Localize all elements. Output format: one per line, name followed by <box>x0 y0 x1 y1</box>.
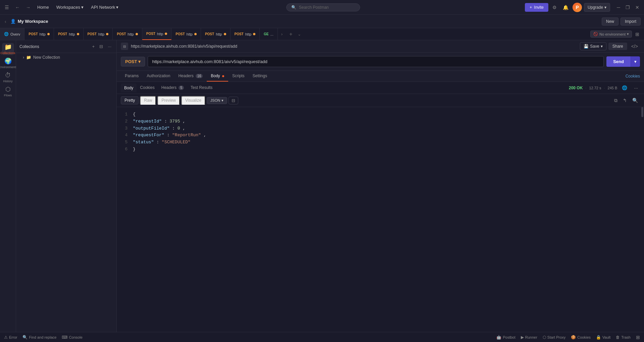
notifications-button[interactable]: 🔔 <box>561 3 571 11</box>
sidebar-collapse-button[interactable]: ‹ <box>3 17 8 26</box>
pane-layout-button[interactable]: ⊞ <box>633 30 641 38</box>
tab-overflow-button[interactable]: ⌄ <box>296 32 303 37</box>
grid-layout-button[interactable]: ⊞ <box>636 335 640 340</box>
cookies-link[interactable]: Cookies <box>626 71 640 81</box>
proxy-icon: ⬡ <box>543 335 546 340</box>
console-button[interactable]: ⌨ Console <box>62 335 82 340</box>
tab-scroll-right[interactable]: › <box>279 30 285 38</box>
collection-folder-icon: 📁 <box>26 55 31 60</box>
sidebar-collections-button[interactable]: 📁 Collections <box>2 43 14 55</box>
runner-button[interactable]: ▶ Runner <box>521 335 537 340</box>
postbot-button[interactable]: 🤖 Postbot <box>496 335 515 340</box>
tab-modified-dot <box>165 33 167 35</box>
start-proxy-button[interactable]: ⬡ Start Proxy <box>543 335 565 340</box>
format-raw[interactable]: Raw <box>140 96 156 105</box>
send-button[interactable]: Send <box>606 56 631 67</box>
code-view-button[interactable]: </> <box>629 42 640 50</box>
chevron-down-icon: ▾ <box>116 5 118 10</box>
invite-button[interactable]: + Invite <box>525 3 548 12</box>
response-size: 245 B <box>608 86 617 90</box>
url-input[interactable] <box>148 56 604 67</box>
tab-headers[interactable]: Headers 16 <box>174 71 207 82</box>
code-line-2: 2 "requestId" : 3795 , <box>122 118 639 125</box>
resp-tab-cookies[interactable]: Cookies <box>137 83 158 93</box>
console-icon: ⌨ <box>62 335 67 340</box>
tab-get-1[interactable]: GE ... <box>260 28 278 40</box>
response-header: Body Cookies Headers 5 Test Results 200 … <box>117 82 644 94</box>
send-dropdown-button[interactable]: ▾ <box>631 56 640 67</box>
upgrade-button[interactable]: Upgrade ▾ <box>584 3 610 12</box>
back-button[interactable]: ← <box>13 3 22 11</box>
sidebar-history-button[interactable]: ⏱ History <box>2 71 14 83</box>
api-network-nav-link[interactable]: API Network ▾ <box>88 3 121 11</box>
import-button[interactable]: Import <box>621 17 641 26</box>
tab-post-6[interactable]: POST http <box>171 28 201 40</box>
tab-body[interactable]: Body <box>207 71 228 82</box>
tab-modified-dot <box>224 33 226 35</box>
new-collection-item[interactable]: › 📁 New Collection <box>16 53 116 62</box>
error-icon: ⚠ <box>4 335 8 340</box>
tab-params[interactable]: Params <box>121 71 143 82</box>
method-selector[interactable]: POST ▾ <box>121 57 145 66</box>
chevron-down-icon: ▾ <box>604 5 606 10</box>
collections-panel-header: Collections + ⊟ ··· <box>16 40 116 53</box>
forward-button[interactable]: → <box>24 3 33 11</box>
tab-post-8[interactable]: POST http <box>231 28 260 40</box>
home-nav-link[interactable]: Home <box>35 3 52 11</box>
resp-tab-test-results[interactable]: Test Results <box>187 83 216 93</box>
tab-post-3[interactable]: POST http <box>84 28 113 40</box>
error-button[interactable]: ⚠ Error <box>4 335 17 340</box>
tab-post-2[interactable]: POST http <box>54 28 84 40</box>
response-more-button[interactable]: ··· <box>632 84 640 92</box>
tab-post-5-active[interactable]: POST http <box>142 28 172 40</box>
workspaces-nav-link[interactable]: Workspaces ▾ <box>54 3 86 11</box>
vault-button[interactable]: 🔒 Vault <box>596 335 610 340</box>
tab-settings[interactable]: Settings <box>249 71 271 82</box>
cookies-bottom-button[interactable]: 🍪 Cookies <box>571 335 591 340</box>
json-filter-button[interactable]: ⊟ <box>229 97 238 104</box>
resp-tab-body[interactable]: Body <box>121 84 137 92</box>
format-visualize[interactable]: Visualize <box>181 96 205 105</box>
trash-button[interactable]: 🗑 Trash <box>616 335 631 340</box>
new-tab-button[interactable]: + <box>286 31 296 37</box>
code-line-6: 6 } <box>122 146 639 153</box>
tab-post-4[interactable]: POST http <box>113 28 142 40</box>
sort-collections-button[interactable]: ⊟ <box>98 43 105 50</box>
wrap-lines-button[interactable]: ↰ <box>621 96 629 104</box>
format-preview[interactable]: Preview <box>157 96 180 105</box>
share-button[interactable]: Share <box>608 43 627 50</box>
settings-button[interactable]: ⚙ <box>550 3 559 11</box>
tab-authorization[interactable]: Authorization <box>143 71 174 82</box>
find-replace-button[interactable]: 🔍 Find and replace <box>22 335 56 340</box>
environment-selector[interactable]: 🚫 No environment ▾ <box>590 31 632 38</box>
workspace-bar: ‹ 👤 My Workspace New Import <box>0 15 644 28</box>
more-options-button[interactable]: ··· <box>106 43 113 50</box>
sidebar-environments-button[interactable]: 🌍 Environments <box>2 57 14 69</box>
tab-post-1[interactable]: POST http <box>24 28 54 40</box>
tab-overview[interactable]: 🌐 Overv <box>0 28 24 40</box>
menu-button[interactable]: ☰ <box>3 3 11 11</box>
chevron-down-icon: ▾ <box>627 32 629 36</box>
response-info-button[interactable]: 🌐 <box>620 84 629 92</box>
new-button[interactable]: New <box>602 17 618 26</box>
restore-button[interactable]: ❐ <box>624 4 632 11</box>
json-format-selector[interactable]: JSON ▾ <box>207 97 227 104</box>
resp-tab-headers[interactable]: Headers 5 <box>158 83 187 93</box>
minimize-button[interactable]: ─ <box>615 4 622 11</box>
chevron-right-icon: › <box>23 55 24 60</box>
sidebar-flows-button[interactable]: ⬡ Flows <box>2 85 14 97</box>
search-response-button[interactable]: 🔍 <box>630 96 640 104</box>
trash-icon: 🗑 <box>616 335 620 340</box>
format-pretty[interactable]: Pretty <box>121 96 139 104</box>
tab-modified-dot <box>47 33 50 35</box>
copy-response-button[interactable]: ⧉ <box>612 96 620 105</box>
add-collection-button[interactable]: + <box>91 43 97 50</box>
dot-separator-1: · <box>585 86 586 90</box>
workspace-icon: 👤 <box>10 19 16 24</box>
tab-post-7[interactable]: POST http <box>201 28 231 40</box>
tab-scripts[interactable]: Scripts <box>228 71 249 82</box>
save-button[interactable]: 💾 Save ▾ <box>580 42 606 50</box>
close-button[interactable]: ✕ <box>633 4 641 11</box>
search-bar[interactable]: 🔍 Search Postman <box>286 3 360 11</box>
flows-icon: ⬡ <box>5 86 11 93</box>
